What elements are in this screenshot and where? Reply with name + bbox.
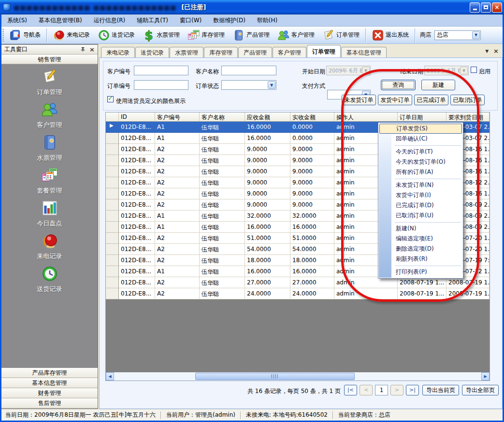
tab-7[interactable]: 订单管理: [307, 45, 341, 57]
last-page-button[interactable]: >|: [406, 385, 419, 395]
order-no-input[interactable]: [134, 80, 188, 90]
sidebar-section-bar[interactable]: 售后管理: [1, 398, 98, 408]
sidebar-item[interactable]: 水票管理: [37, 134, 62, 162]
scroll-right-icon[interactable]: ▶: [481, 372, 490, 380]
context-menu-item[interactable]: 打印列表(P): [378, 267, 463, 277]
start-date-picker[interactable]: 2009年 6月 8日 ▼: [326, 66, 371, 75]
minimize-button[interactable]: [470, 2, 480, 13]
toolbar-button-9[interactable]: 退出系统: [368, 28, 413, 43]
pin-icon[interactable]: [80, 47, 86, 52]
column-header[interactable]: 订单日期: [398, 113, 446, 122]
prev-page-button[interactable]: <: [360, 385, 373, 395]
row-header[interactable]: [106, 166, 119, 177]
column-header[interactable]: 客户编号: [155, 113, 200, 122]
close-button[interactable]: ×: [492, 2, 502, 13]
menubar-item[interactable]: 窗口(W): [174, 14, 207, 27]
toolbar-grip[interactable]: [2, 29, 4, 42]
scrollbar-thumb[interactable]: [195, 373, 355, 380]
menubar-item[interactable]: 运行信息(R): [88, 14, 131, 27]
page-number-input[interactable]: 1: [375, 385, 388, 395]
end-date-picker[interactable]: 2009年 6月 8日 ▼: [424, 66, 469, 75]
sidebar-item[interactable]: 来电记录: [37, 232, 62, 261]
menubar-item[interactable]: 基本信息管理(B): [33, 14, 88, 27]
tab-3[interactable]: 水票管理: [170, 47, 203, 57]
order-status-dropdown-icon[interactable]: ▼: [268, 81, 275, 89]
menubar-item[interactable]: 辅助工具(T): [131, 14, 174, 27]
toolbar-button-6[interactable]: 产品管理: [229, 28, 274, 43]
enable-checkbox[interactable]: [471, 67, 477, 73]
sidebar-item[interactable]: 今日盘点: [37, 199, 62, 228]
sidebar-section-header[interactable]: 销售管理: [1, 55, 98, 64]
tab-8[interactable]: 基本信息管理: [341, 47, 387, 57]
column-header[interactable]: 应收金额: [245, 113, 290, 122]
menubar-item[interactable]: 数据维护(D): [207, 14, 251, 27]
column-header[interactable]: ID: [119, 113, 155, 122]
toolbar-button-7[interactable]: 客户管理: [274, 28, 318, 43]
toolbar-button-8[interactable]: 订单管理: [318, 28, 363, 43]
row-header[interactable]: ▶: [106, 122, 119, 133]
sidebar-section-bar[interactable]: 基本信息管理: [1, 378, 98, 388]
customer-no-input[interactable]: [134, 66, 188, 75]
end-date-dropdown-icon[interactable]: ▼: [460, 67, 468, 74]
table-row[interactable]: 012D-E8...A2伍华聪27.000027.0000admin2008-0…: [106, 277, 490, 288]
next-page-button[interactable]: >: [390, 385, 403, 395]
context-menu-item[interactable]: 新建(N): [378, 224, 463, 234]
context-menu-item[interactable]: 删除选定项(D): [378, 244, 463, 254]
toolbar-button-5[interactable]: 库存管理: [184, 28, 229, 43]
sidebar-item[interactable]: 订单管理: [37, 68, 62, 97]
menubar-item[interactable]: 帮助(H): [251, 14, 283, 27]
column-header[interactable]: 客户名称: [200, 113, 245, 122]
table-row[interactable]: 012D-E8...A2伍华聪24.000024.0000admin2008-0…: [106, 288, 490, 299]
row-header[interactable]: [106, 199, 119, 211]
tab-5[interactable]: 产品管理: [238, 47, 272, 57]
context-menu-item[interactable]: 订单发货(S): [379, 124, 462, 134]
context-menu-item[interactable]: 所有的订单(A): [378, 167, 463, 177]
menubar-item[interactable]: 系统(S): [1, 14, 33, 27]
toolbar-button-3[interactable]: 送货记录: [94, 28, 139, 43]
scroll-left-icon[interactable]: ◀: [106, 372, 114, 380]
row-header[interactable]: [106, 188, 119, 199]
order-status-filter-button[interactable]: 已取消订单: [450, 95, 485, 105]
context-menu-item[interactable]: 已取消订单(U): [378, 211, 463, 221]
first-page-button[interactable]: |<: [344, 385, 357, 395]
tool-window-close-icon[interactable]: ×: [89, 46, 95, 53]
sidebar-item[interactable]: 套餐管理: [37, 167, 62, 195]
context-menu-item[interactable]: 未发货订单(N): [378, 180, 463, 190]
order-status-filter-button[interactable]: 未发货订单: [342, 95, 376, 105]
start-date-dropdown-icon[interactable]: ▼: [362, 67, 370, 74]
customer-name-input[interactable]: [221, 66, 276, 75]
tab-close-icon[interactable]: ×: [493, 47, 499, 55]
sidebar-section-bar[interactable]: 产品库存管理: [1, 368, 98, 378]
row-header[interactable]: [106, 244, 119, 255]
context-menu-item[interactable]: 刷新列表(R): [378, 254, 463, 264]
order-status-filter-button[interactable]: 发货中订单: [378, 95, 412, 105]
sidebar-item[interactable]: 客户管理: [37, 101, 62, 129]
tab-4[interactable]: 库存管理: [204, 47, 238, 57]
tab-6[interactable]: 客户管理: [273, 47, 306, 57]
context-menu-item[interactable]: 发货中订单(I): [378, 190, 463, 200]
row-header[interactable]: [106, 277, 119, 288]
export-current-page-button[interactable]: 导出当前页: [422, 385, 459, 395]
sidebar-item[interactable]: 送货记录: [37, 265, 62, 294]
toolbar-button-4[interactable]: $水票管理: [139, 28, 184, 43]
context-menu-item[interactable]: 编辑选定项(E): [378, 234, 463, 244]
tab-1[interactable]: 来电记录: [101, 47, 135, 57]
color-display-checkbox[interactable]: ✓: [107, 96, 114, 102]
context-menu-item[interactable]: 今天的订单(T): [378, 147, 463, 157]
column-header[interactable]: 实收金额: [290, 113, 334, 122]
tab-list-dropdown-icon[interactable]: ▼: [485, 49, 489, 54]
order-status-filter-button[interactable]: 已完成订单: [414, 95, 448, 105]
sidebar-section-bar[interactable]: 财务管理: [1, 388, 98, 398]
row-header[interactable]: [106, 222, 119, 233]
query-button[interactable]: 查询: [381, 80, 416, 90]
row-header[interactable]: [106, 288, 119, 299]
shop-dropdown-icon[interactable]: ▼: [472, 31, 480, 39]
row-header[interactable]: [106, 211, 119, 222]
row-header[interactable]: [106, 177, 119, 188]
row-header[interactable]: [106, 155, 119, 166]
context-menu-item[interactable]: 回单确认(C): [378, 134, 463, 144]
row-header[interactable]: [106, 255, 119, 266]
row-header[interactable]: [106, 144, 119, 155]
shop-select[interactable]: 总店▼: [434, 30, 481, 40]
order-status-select[interactable]: ▼: [221, 80, 276, 90]
